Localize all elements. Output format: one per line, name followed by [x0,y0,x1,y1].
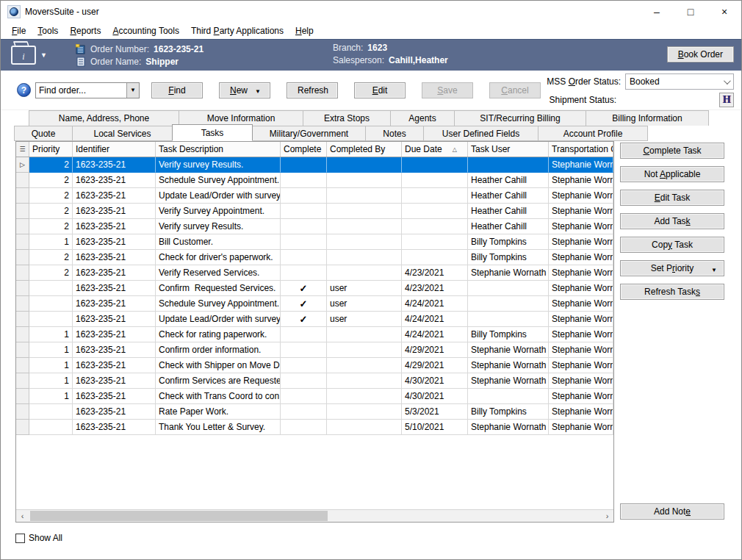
column-header-complete[interactable]: Complete [281,142,327,157]
show-all-control[interactable]: Show All [15,533,741,543]
find-combo-dropdown-icon[interactable]: ▼ [126,83,139,98]
tab-move-information[interactable]: Move Information [179,110,303,126]
table-row[interactable]: 21623-235-21Verify survey Results.Heathe… [16,219,613,234]
table-row[interactable]: 21623-235-21Update Lead/Order with surve… [16,188,613,204]
tab-tasks[interactable]: Tasks [172,124,253,141]
table-row[interactable]: 1623-235-21Update Lead/Order with survey… [16,312,613,327]
current-row-indicator-icon[interactable]: ▷ [16,157,29,173]
cell-priority[interactable]: 1 [29,327,73,342]
scrollbar-thumb[interactable] [30,511,328,521]
cell-task-user[interactable]: Stephanie Wornath [468,265,549,281]
row-header[interactable] [16,420,29,435]
cell-transportation-coordinator[interactable]: Stephanie Wornat [549,404,613,420]
scroll-right-icon[interactable]: › [601,510,613,522]
cell-complete[interactable] [281,358,327,373]
cell-complete[interactable] [281,157,327,173]
cell-complete[interactable] [281,219,327,234]
cell-completed-by[interactable] [327,404,402,420]
table-row[interactable]: 11623-235-21Check with Trans Coord to co… [16,389,613,404]
cell-completed-by[interactable] [327,157,402,173]
cell-completed-by[interactable] [327,250,402,265]
cell-transportation-coordinator[interactable]: Stephanie Wornat [549,296,613,312]
cell-priority[interactable]: 2 [29,265,73,281]
menu-third-party-applications[interactable]: Third Party Applications [186,24,289,37]
cell-completed-by[interactable] [327,188,402,204]
cell-identifier[interactable]: 1623-235-21 [73,342,156,358]
cell-completed-by[interactable] [327,373,402,389]
cell-identifier[interactable]: 1623-235-21 [73,312,156,327]
cell-task-user[interactable] [468,389,549,404]
menu-reports[interactable]: Reports [65,24,106,37]
cell-task-description[interactable]: Update Lead/Order with survey [156,312,281,327]
cell-identifier[interactable]: 1623-235-21 [73,373,156,389]
tab-agents[interactable]: Agents [390,110,455,126]
row-header[interactable] [16,173,29,188]
cell-transportation-coordinator[interactable]: Stephanie Wornat [549,234,613,250]
cell-priority[interactable] [29,312,73,327]
column-header-task-user[interactable]: Task User [468,142,549,157]
cell-complete[interactable] [281,389,327,404]
cell-task-description[interactable]: Update Lead/Order with survey [156,188,281,204]
row-header[interactable] [16,188,29,204]
cell-priority[interactable] [29,404,73,420]
cell-complete[interactable] [281,234,327,250]
column-header-task-description[interactable]: Task Description [156,142,281,157]
add-note-button[interactable]: Add Note [620,503,724,520]
show-all-checkbox[interactable] [15,534,25,543]
cell-due-date[interactable] [402,250,468,265]
cell-due-date[interactable]: 4/23/2021 [402,281,468,296]
cell-due-date[interactable]: 4/23/2021 [402,265,468,281]
cell-completed-by[interactable] [327,234,402,250]
find-button[interactable]: Find [151,82,203,98]
cell-priority[interactable]: 2 [29,204,73,219]
cell-task-user[interactable]: Heather Cahill [468,173,549,188]
cell-task-user[interactable] [468,312,549,327]
table-row[interactable]: 1623-235-21Thank You Letter & Survey.5/1… [16,420,613,435]
cell-transportation-coordinator[interactable]: Stephanie Wornat [549,389,613,404]
cell-complete[interactable]: ✓ [281,312,327,327]
table-row[interactable]: 11623-235-21Check with Shipper on Move D… [16,358,613,373]
table-row[interactable]: 11623-235-21Confirm Services are Request… [16,373,613,389]
cell-complete[interactable] [281,420,327,435]
cell-priority[interactable]: 2 [29,188,73,204]
refresh-button[interactable]: Refresh [287,82,338,98]
not-applicable-button[interactable]: Not Applicable [620,166,724,182]
cell-complete[interactable] [281,250,327,265]
cell-identifier[interactable]: 1623-235-21 [73,389,156,404]
cell-task-user[interactable]: Stephanie Wornath [468,358,549,373]
cell-task-description[interactable]: Verify survey Results. [156,157,281,173]
cell-task-description[interactable]: Verify Survey Appointment. [156,204,281,219]
row-header[interactable] [16,281,29,296]
cell-identifier[interactable]: 1623-235-21 [73,358,156,373]
cell-due-date[interactable]: 4/24/2021 [402,327,468,342]
cell-transportation-coordinator[interactable]: Stephanie Wornat [549,373,613,389]
tab-sit-recurring-billing[interactable]: SIT/Recurring Billing [454,110,586,126]
cell-transportation-coordinator[interactable]: Stephanie Wornat [549,358,613,373]
cell-complete[interactable] [281,342,327,358]
find-order-combo[interactable]: Find order... ▼ [35,82,140,98]
table-row[interactable]: ▷21623-235-21Verify survey Results.Steph… [16,157,613,173]
column-header-completed-by[interactable]: Completed By [327,142,402,157]
cell-due-date[interactable]: 4/30/2021 [402,389,468,404]
set-priority-button[interactable]: Set Priority▼ [620,260,724,276]
cell-completed-by[interactable] [327,420,402,435]
cell-task-description[interactable]: Schedule Survey Appointment. [156,296,281,312]
column-header-due-date[interactable]: Due Date△ [402,142,468,157]
row-header[interactable] [16,234,29,250]
history-button[interactable]: H [719,93,734,107]
cell-transportation-coordinator[interactable]: Stephanie Wornat [549,250,613,265]
cell-transportation-coordinator[interactable]: Stephanie Wornat [549,327,613,342]
cell-identifier[interactable]: 1623-235-21 [73,157,156,173]
cell-priority[interactable]: 2 [29,219,73,234]
new-dropdown-icon[interactable]: ▼ [255,88,261,95]
edit-button[interactable]: Edit [354,82,406,98]
cell-due-date[interactable]: 4/24/2021 [402,296,468,312]
row-header[interactable] [16,312,29,327]
cell-priority[interactable] [29,281,73,296]
cell-task-user[interactable]: Heather Cahill [468,204,549,219]
cell-priority[interactable]: 1 [29,234,73,250]
cell-priority[interactable]: 2 [29,250,73,265]
cell-identifier[interactable]: 1623-235-21 [73,204,156,219]
cell-task-description[interactable]: Rate Paper Work. [156,404,281,420]
cell-task-user[interactable]: Stephanie Wornath [468,373,549,389]
